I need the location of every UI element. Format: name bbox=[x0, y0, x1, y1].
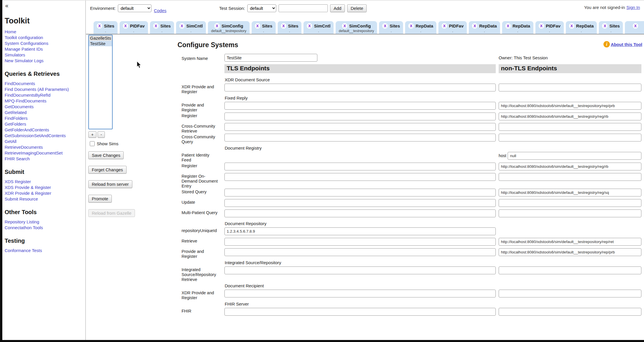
tls-endpoint-input[interactable] bbox=[224, 199, 496, 207]
tab[interactable]: XSites. bbox=[94, 21, 118, 34]
sidebar-link[interactable]: FHIR Search bbox=[5, 156, 85, 162]
close-tab-icon[interactable]: X bbox=[472, 23, 477, 29]
tab[interactable]: XPIDFav. bbox=[120, 21, 148, 34]
save-changes-button[interactable]: Save Changes bbox=[88, 151, 124, 159]
close-tab-icon[interactable]: X bbox=[442, 23, 447, 29]
tab[interactable]: XSites. bbox=[150, 21, 174, 34]
sidebar-link[interactable]: XDS Register bbox=[5, 179, 85, 185]
codes-link[interactable]: Codes bbox=[154, 8, 166, 13]
tab[interactable]: XSites. bbox=[252, 21, 276, 34]
close-tab-icon[interactable]: X bbox=[633, 23, 638, 29]
test-session-input[interactable] bbox=[279, 4, 328, 12]
tls-endpoint-input[interactable] bbox=[224, 227, 496, 235]
reload-from-server-button[interactable]: Reload from server bbox=[88, 180, 132, 188]
about-this-tool-link[interactable]: About this Tool bbox=[611, 42, 642, 47]
nontls-endpoint-input[interactable] bbox=[499, 134, 641, 141]
tls-endpoint-input[interactable] bbox=[224, 134, 496, 141]
sidebar-link[interactable]: Repository Listing bbox=[5, 219, 85, 225]
sign-in-link[interactable]: Sign In bbox=[626, 5, 640, 10]
sidebar-link[interactable]: FindDocumentsByRefId bbox=[5, 92, 85, 98]
tab[interactable]: XSimCntl. bbox=[176, 21, 206, 34]
sidebar-link[interactable]: GetAll bbox=[5, 139, 85, 144]
tab[interactable]: XSites. bbox=[278, 21, 302, 34]
close-tab-icon[interactable]: X bbox=[153, 23, 159, 29]
close-tab-icon[interactable]: X bbox=[307, 23, 312, 29]
tls-endpoint-input[interactable] bbox=[224, 238, 496, 246]
sidebar-link[interactable]: Conformance Tests bbox=[5, 248, 85, 253]
add-test-session-button[interactable]: Add bbox=[330, 4, 345, 12]
nontls-endpoint-input[interactable] bbox=[499, 113, 641, 120]
remove-system-button[interactable]: - bbox=[98, 131, 105, 138]
close-tab-icon[interactable]: X bbox=[408, 23, 414, 29]
close-tab-icon[interactable]: X bbox=[97, 23, 102, 29]
tab[interactable]: XRepData. bbox=[405, 21, 436, 34]
sidebar-link[interactable]: XDR Provide & Register bbox=[5, 190, 85, 196]
show-sims-checkbox[interactable] bbox=[90, 141, 95, 146]
sidebar-link[interactable]: FindFolders bbox=[5, 115, 85, 121]
list-item[interactable]: GazelleSts bbox=[89, 35, 112, 41]
nontls-endpoint-input[interactable] bbox=[499, 308, 641, 316]
tls-endpoint-input[interactable] bbox=[224, 102, 496, 110]
sidebar-link[interactable]: New Simulator Logs bbox=[5, 58, 85, 64]
close-tab-icon[interactable]: X bbox=[255, 23, 260, 29]
tab[interactable]: XSimConfigdefault__testrepository bbox=[208, 21, 249, 34]
close-tab-icon[interactable]: X bbox=[505, 23, 511, 29]
sidebar-link[interactable]: Connectathon Tools bbox=[5, 225, 85, 231]
sidebar-link[interactable]: Submit Resource bbox=[5, 196, 85, 202]
delete-test-session-button[interactable]: Delete bbox=[347, 4, 367, 12]
sidebar-link[interactable]: RetrieveImagingDocumentSet bbox=[5, 150, 85, 156]
close-tab-icon[interactable]: X bbox=[123, 23, 128, 29]
forget-changes-button[interactable]: Forget Changes bbox=[88, 166, 127, 174]
close-tab-icon[interactable]: X bbox=[569, 23, 575, 29]
sidebar-link[interactable]: GetSubmissionSetAndContents bbox=[5, 133, 85, 139]
sidebar-link[interactable]: GetDocuments bbox=[5, 104, 85, 110]
nontls-endpoint-input[interactable] bbox=[499, 189, 641, 196]
tab[interactable]: XSimCntl. bbox=[303, 21, 334, 34]
nontls-endpoint-input[interactable] bbox=[508, 152, 641, 160]
nontls-endpoint-input[interactable] bbox=[499, 238, 641, 246]
sidebar-link[interactable]: GetFolders bbox=[5, 121, 85, 127]
tls-endpoint-input[interactable] bbox=[224, 248, 496, 256]
close-tab-icon[interactable]: X bbox=[602, 23, 608, 29]
nontls-endpoint-input[interactable] bbox=[499, 209, 641, 217]
list-item-selected[interactable]: TestSite bbox=[89, 41, 112, 46]
tab[interactable]: XSites. bbox=[599, 21, 623, 34]
tls-endpoint-input[interactable] bbox=[224, 266, 496, 274]
close-tab-icon[interactable]: X bbox=[382, 23, 388, 29]
nontls-endpoint-input[interactable] bbox=[499, 173, 641, 181]
sidebar-link[interactable]: XDS Provide & Register bbox=[5, 185, 85, 190]
nontls-endpoint-input[interactable] bbox=[499, 84, 641, 91]
sidebar-link[interactable]: GetRelated bbox=[5, 110, 85, 115]
close-tab-icon[interactable]: X bbox=[214, 23, 220, 29]
nontls-endpoint-input[interactable] bbox=[499, 199, 641, 207]
tls-endpoint-input[interactable] bbox=[224, 163, 496, 170]
nontls-endpoint-input[interactable] bbox=[499, 163, 641, 170]
tab[interactable]: X bbox=[625, 21, 644, 34]
tls-endpoint-input[interactable] bbox=[224, 308, 496, 316]
close-tab-icon[interactable]: X bbox=[179, 23, 185, 29]
add-system-button[interactable]: + bbox=[88, 131, 96, 138]
promote-button[interactable]: Promote bbox=[88, 195, 112, 203]
tls-endpoint-input[interactable] bbox=[224, 113, 496, 120]
close-tab-icon[interactable]: X bbox=[281, 23, 286, 29]
sidebar-link[interactable]: GetFolderAndContents bbox=[5, 127, 85, 133]
sidebar-link[interactable]: MPQ-FindDocuments bbox=[5, 98, 85, 104]
sidebar-link[interactable]: System Configurations bbox=[5, 41, 85, 46]
system-name-input[interactable] bbox=[224, 54, 317, 62]
tab[interactable]: XRepData. bbox=[502, 21, 533, 34]
nontls-endpoint-input[interactable] bbox=[499, 102, 641, 110]
sidebar-link[interactable]: Toolkit configuration bbox=[5, 35, 85, 41]
nontls-endpoint-input[interactable] bbox=[499, 290, 641, 297]
tls-endpoint-input[interactable] bbox=[224, 290, 496, 297]
nontls-endpoint-input[interactable] bbox=[499, 123, 641, 131]
close-tab-icon[interactable]: X bbox=[342, 23, 347, 29]
nontls-endpoint-input[interactable] bbox=[499, 266, 641, 274]
sidebar-link[interactable]: Home bbox=[5, 29, 85, 35]
test-session-select[interactable]: default bbox=[247, 4, 276, 12]
tab[interactable]: XRepData. bbox=[469, 21, 500, 34]
close-tab-icon[interactable]: X bbox=[539, 23, 544, 29]
tls-endpoint-input[interactable] bbox=[224, 173, 496, 181]
sidebar-link[interactable]: Manage Patient IDs bbox=[5, 46, 85, 52]
sidebar-link[interactable]: Simulators bbox=[5, 52, 85, 58]
tab[interactable]: XSimConfigdefault__testrepository bbox=[336, 21, 377, 34]
